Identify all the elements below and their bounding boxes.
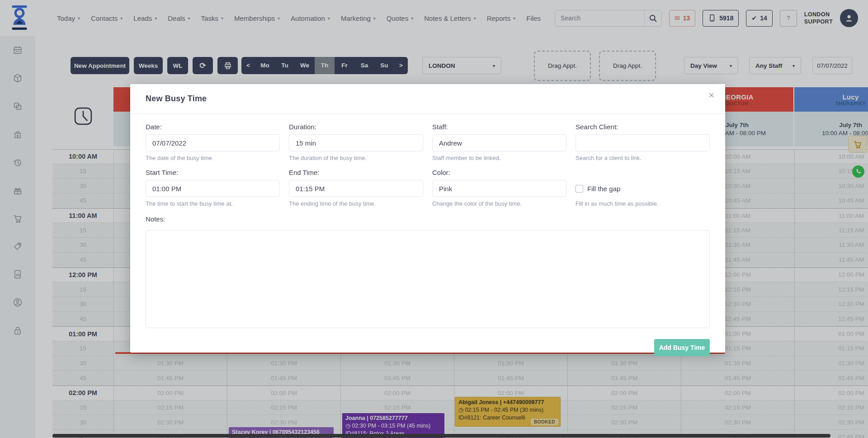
start-time-input[interactable] [146,180,280,197]
end-time-help: The ending time of the busy time. [289,200,423,207]
end-time-input[interactable] [289,180,423,197]
date-input[interactable] [146,134,280,151]
notes-label: Notes: [146,215,710,223]
notes-textarea[interactable] [146,230,710,328]
color-label: Color: [432,169,566,176]
end-time-label: End Time: [289,169,423,176]
search-client-label: Search Client: [576,123,710,131]
date-help: The date of the busy time. [146,155,280,161]
search-client-input[interactable] [576,134,710,151]
new-busy-time-modal: × New Busy Time Date: The date of the bu… [130,84,725,353]
modal-title: New Busy Time [146,94,207,104]
duration-input[interactable] [289,134,423,151]
search-client-field-group: Search Client: Search for a client to li… [576,123,710,161]
staff-help: Staff member to be linked. [432,155,566,161]
staff-label: Staff: [432,123,566,131]
color-field-group: Color: Change the color of the busy time… [432,169,566,207]
search-client-help: Search for a client to link. [576,155,710,161]
start-time-help: The time to start the busy time at. [146,200,280,207]
fill-gap-label: Fill the gap [587,185,620,193]
staff-input[interactable] [432,134,566,151]
color-help: Change the color of the busy time. [432,200,566,207]
date-field-group: Date: The date of the busy time. [146,123,280,161]
staff-field-group: Staff: Staff member to be linked. [432,123,566,161]
date-label: Date: [146,123,280,131]
fill-gap-checkbox[interactable] [576,185,583,193]
color-input[interactable] [432,180,566,197]
modal-header: New Busy Time [130,84,725,114]
end-time-field-group: End Time: The ending time of the busy ti… [289,169,423,207]
start-time-label: Start Time: [146,169,280,176]
add-busy-time-button[interactable]: Add Busy Time [654,339,710,356]
fill-gap-help: Fill in as much time as possible. [576,200,710,207]
fill-gap-field-group: Fill the gap Fill in as much time as pos… [576,169,710,207]
start-time-field-group: Start Time: The time to start the busy t… [146,169,280,207]
duration-field-group: Duration: The duration of the busy time. [289,123,423,161]
close-icon[interactable]: × [708,89,714,101]
duration-label: Duration: [289,123,423,131]
duration-help: The duration of the busy time. [289,155,423,161]
